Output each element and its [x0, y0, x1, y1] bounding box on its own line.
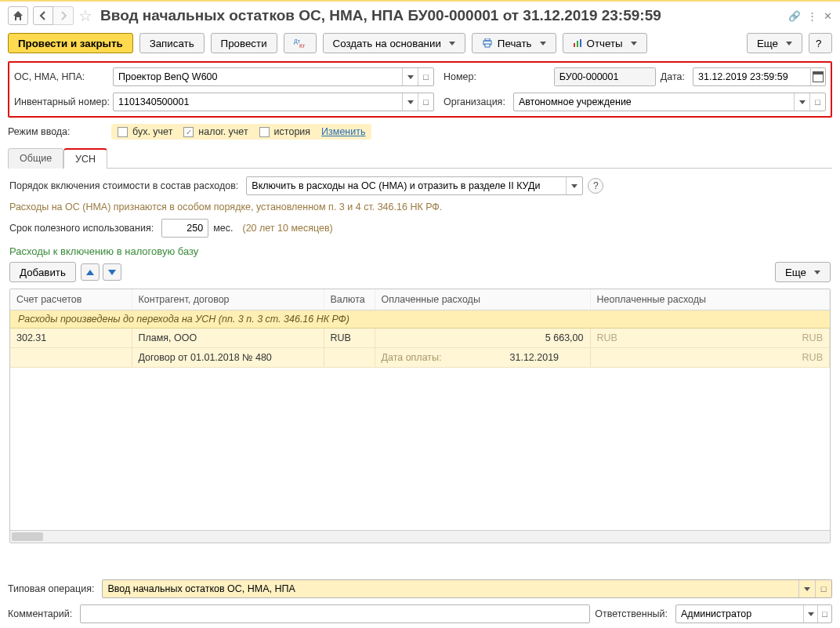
move-up-button[interactable] — [81, 263, 100, 281]
resp-input[interactable] — [676, 605, 803, 623]
order-field[interactable] — [246, 176, 583, 195]
spi-text: (20 лет 10 месяцев) — [242, 223, 332, 234]
resp-dropdown-btn[interactable] — [803, 605, 817, 623]
th-unpaid[interactable]: Неоплаченные расходы — [590, 289, 830, 310]
reports-button[interactable]: Отчеты — [563, 33, 647, 53]
tabs: Общие УСН — [8, 147, 832, 169]
post-button[interactable]: Провести — [211, 33, 277, 53]
typ-input[interactable] — [103, 580, 798, 597]
more-button[interactable]: Еще — [747, 33, 802, 53]
inv-input[interactable] — [114, 93, 402, 111]
order-help-btn[interactable]: ? — [588, 178, 603, 194]
nav-back-button[interactable] — [33, 6, 53, 25]
org-dropdown-btn[interactable] — [794, 93, 809, 111]
cell-cur[interactable]: RUB — [324, 329, 375, 348]
org-open-btn[interactable] — [809, 93, 825, 111]
expenses-table[interactable]: Счет расчетов Контрагент, договор Валюта… — [9, 289, 831, 543]
th-agent[interactable]: Контрагент, договор — [132, 289, 324, 310]
home-icon — [13, 10, 24, 21]
tab-common[interactable]: Общие — [8, 148, 63, 169]
th-cur[interactable]: Валюта — [324, 289, 375, 310]
order-input[interactable] — [247, 177, 566, 194]
move-down-button[interactable] — [103, 263, 121, 281]
link-icon[interactable]: 🔗 — [788, 10, 801, 22]
cell-paid[interactable]: 5 663,00 — [375, 329, 590, 348]
page-title: Ввод начальных остатков ОС, НМА, НПА БУ0… — [100, 7, 784, 24]
report-icon — [573, 38, 582, 48]
print-button[interactable]: Печать — [472, 33, 556, 53]
os-input[interactable] — [114, 68, 402, 85]
comment-field[interactable] — [80, 604, 590, 623]
expenses-section-title: Расходы к включению в налоговую базу — [9, 245, 831, 257]
typ-label: Типовая операция: — [8, 583, 97, 594]
th-account[interactable]: Счет расчетов — [10, 289, 132, 310]
arrow-right-icon — [59, 11, 68, 20]
os-field[interactable] — [113, 67, 434, 86]
more-menu-icon[interactable]: ⋮ — [807, 10, 817, 22]
date-label: Дата: — [661, 71, 688, 82]
cell-paydate[interactable]: Дата оплаты: 31.12.2019 — [375, 348, 590, 368]
cell-account[interactable]: 302.31 — [10, 329, 132, 348]
inv-dropdown-btn[interactable] — [402, 93, 418, 111]
typ-field[interactable] — [102, 579, 832, 598]
help-button[interactable]: ? — [809, 33, 832, 53]
tab-usn[interactable]: УСН — [63, 148, 107, 169]
order-dropdown-btn[interactable] — [566, 177, 582, 194]
th-paid[interactable]: Оплаченные расходы — [375, 289, 590, 310]
table-row: 302.31 Пламя, ООО RUB 5 663,00 RUB — [10, 329, 830, 348]
arrow-left-icon — [38, 11, 48, 20]
date-cal-btn[interactable] — [810, 68, 825, 85]
date-input[interactable] — [693, 68, 810, 85]
cell-contract[interactable]: Договор от 01.01.2018 № 480 — [132, 348, 324, 368]
typ-dropdown-btn[interactable] — [798, 580, 815, 597]
svg-rect-5 — [574, 43, 575, 47]
table-band: Расходы произведены до перехода на УСН (… — [10, 310, 830, 329]
org-label: Организация: — [444, 96, 509, 107]
favorite-star-icon[interactable]: ☆ — [78, 6, 92, 25]
num-field — [554, 67, 656, 86]
svg-rect-7 — [580, 39, 581, 47]
save-button[interactable]: Записать — [139, 33, 205, 53]
chk-hist: история — [259, 126, 310, 137]
order-label: Порядок включения стоимости в состав рас… — [9, 180, 241, 191]
org-field[interactable] — [513, 93, 826, 111]
create-based-button[interactable]: Создать на основании — [323, 33, 465, 53]
spi-field[interactable] — [161, 219, 208, 238]
change-mode-link[interactable]: Изменить — [321, 126, 365, 137]
h-scrollbar[interactable] — [10, 530, 830, 543]
inv-open-btn[interactable] — [418, 93, 433, 111]
comment-label: Комментарий: — [8, 608, 75, 619]
spi-unit: мес. — [213, 223, 233, 234]
chk-buh: бух. учет — [118, 126, 172, 137]
dtkt-button[interactable]: ДтКт — [284, 33, 317, 53]
close-icon[interactable]: ✕ — [824, 10, 832, 22]
comment-input[interactable] — [81, 605, 589, 623]
table-row: Договор от 01.01.2018 № 480 Дата оплаты:… — [10, 348, 830, 368]
spi-input[interactable] — [162, 220, 208, 237]
add-row-button[interactable]: Добавить — [9, 262, 76, 282]
inv-label: Инвентарный номер: — [14, 96, 108, 107]
os-open-btn[interactable] — [418, 68, 433, 85]
dtkt-icon: ДтКт — [294, 38, 306, 49]
table-more-button[interactable]: Еще — [775, 262, 831, 282]
num-label: Номер: — [444, 71, 480, 82]
cell-unpaid[interactable]: RUB RUB — [590, 329, 830, 348]
resp-label: Ответственный: — [595, 608, 671, 619]
typ-open-btn[interactable] — [815, 580, 831, 597]
resp-open-btn[interactable] — [817, 605, 831, 623]
svg-rect-3 — [485, 38, 490, 41]
resp-field[interactable] — [675, 604, 832, 623]
chk-nal: налог. учет — [183, 126, 248, 137]
num-input — [555, 68, 655, 85]
mode-checkline: бух. учет налог. учет история Изменить — [111, 124, 371, 140]
post-and-close-button[interactable]: Провести и закрыть — [8, 33, 133, 53]
svg-rect-4 — [485, 44, 490, 47]
svg-rect-6 — [577, 41, 578, 47]
home-button[interactable] — [8, 6, 28, 25]
printer-icon — [482, 38, 493, 48]
cell-agent[interactable]: Пламя, ООО — [132, 329, 324, 348]
org-input[interactable] — [514, 93, 794, 111]
date-field[interactable] — [693, 67, 826, 86]
inv-field[interactable] — [113, 93, 434, 111]
os-dropdown-btn[interactable] — [402, 68, 418, 85]
